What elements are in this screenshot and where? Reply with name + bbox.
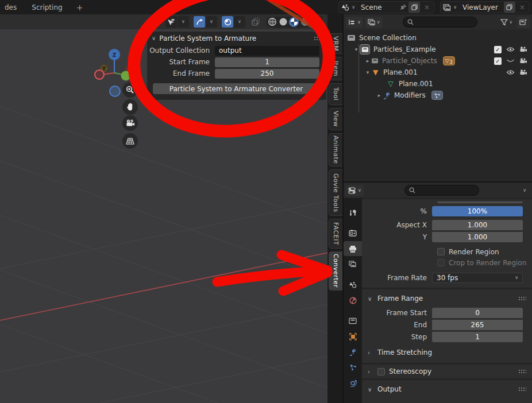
expand-chevron-icon[interactable]: › — [368, 350, 373, 356]
camera-view-button[interactable] — [122, 115, 138, 131]
tab-scene[interactable] — [344, 277, 362, 292]
duplicate-tool-button[interactable] — [250, 16, 261, 28]
tab-view-layer[interactable] — [344, 257, 362, 272]
converter-run-button[interactable]: Particle System to Armature Converter — [153, 83, 319, 94]
tab-particles[interactable] — [344, 360, 362, 375]
shading-rendered-button[interactable] — [300, 17, 310, 27]
drag-grip-icon[interactable] — [518, 296, 526, 301]
disclosure-closed-icon[interactable]: ▸ — [376, 92, 383, 98]
row-label[interactable]: Particles_Example — [373, 45, 436, 53]
viewlayer-name[interactable]: ViewLayer — [459, 3, 502, 11]
end-frame-input[interactable]: 250 — [215, 69, 319, 79]
row-particle-objects[interactable]: ▸ Particle_Objects ▽ 3 ✓ — [344, 55, 532, 67]
zoom-button[interactable] — [122, 82, 138, 98]
collection-checkbox[interactable]: ✓ — [494, 46, 502, 53]
row-particles-example[interactable]: ▾ Particles_Example ✓ — [344, 44, 532, 55]
collapse-chevron-icon[interactable]: ∨ — [368, 386, 373, 393]
tab-animate[interactable]: Animate — [329, 133, 342, 166]
eye-closed-icon[interactable] — [506, 58, 515, 64]
scene-name[interactable]: Scene — [357, 3, 398, 11]
add-workspace-button[interactable]: + — [74, 3, 86, 12]
shading-wireframe-button[interactable] — [267, 17, 277, 27]
outliner-search-input[interactable] — [403, 17, 477, 28]
row-label[interactable]: Particle_Objects — [382, 57, 437, 65]
new-viewlayer-button[interactable] — [504, 2, 515, 13]
new-collection-button[interactable] — [517, 17, 530, 28]
drag-grip-icon[interactable] — [518, 387, 526, 392]
resolution-percent-slider[interactable]: 100% — [432, 206, 523, 216]
workspace-tab-scripting[interactable]: Scripting — [28, 3, 65, 11]
disclosure-open-icon[interactable]: ▾ — [364, 69, 371, 75]
new-scene-button[interactable] — [408, 2, 420, 13]
editor-type-button[interactable]: ∨ — [346, 185, 364, 196]
display-mode-button[interactable]: ∨ — [365, 17, 383, 28]
row-plane-mesh-data[interactable]: ▽ Plane.001 — [344, 78, 532, 90]
tab-converter[interactable]: Converter — [329, 251, 342, 290]
tab-render[interactable] — [344, 226, 362, 241]
collapse-chevron-icon[interactable]: ∨ — [368, 296, 373, 302]
tab-object[interactable] — [344, 329, 362, 344]
shading-material-button[interactable] — [289, 17, 299, 27]
stereoscopy-checkbox[interactable] — [377, 368, 385, 375]
tab-modifiers[interactable] — [344, 344, 362, 359]
camera-visibility-icon[interactable] — [519, 69, 527, 75]
tab-vrm[interactable]: VRM — [329, 33, 342, 54]
row-label[interactable]: Modifiers — [394, 91, 426, 99]
shading-dropdown[interactable]: ∨ — [311, 16, 323, 28]
tab-world[interactable] — [344, 293, 362, 308]
output-collection-input[interactable]: output — [215, 46, 319, 56]
gizmo-x-axis[interactable] — [95, 70, 104, 79]
expand-chevron-icon[interactable]: › — [368, 369, 373, 375]
disclosure-open-icon[interactable]: ▾ — [353, 46, 360, 52]
unlink-scene-button[interactable]: ✕ — [422, 3, 431, 11]
tab-govie-tools[interactable]: Govie Tools — [329, 169, 342, 216]
row-label[interactable]: Plane.001 — [399, 80, 433, 88]
tab-tool[interactable] — [344, 205, 362, 220]
eye-open-icon[interactable] — [506, 46, 515, 52]
tab-view[interactable]: View — [329, 108, 342, 130]
tab-output[interactable] — [344, 241, 362, 256]
camera-visibility-icon[interactable] — [519, 58, 527, 64]
frame-step-input[interactable]: 1 — [432, 332, 523, 342]
disclosure-closed-icon[interactable]: ▸ — [364, 58, 371, 64]
gizmo-neg-z-axis[interactable] — [110, 86, 120, 96]
object-visibility-dropdown[interactable]: ∨ — [178, 16, 189, 28]
crop-to-render-region-checkbox[interactable] — [437, 259, 445, 266]
aspect-x-input[interactable]: 1.000 — [432, 220, 523, 230]
start-frame-input[interactable]: 1 — [215, 57, 319, 67]
gizmo-y-axis[interactable] — [121, 71, 131, 81]
frame-start-input[interactable]: 0 — [432, 308, 523, 318]
editor-type-button[interactable]: ∨ — [346, 17, 363, 28]
workspace-tab-partial[interactable]: des — [1, 3, 20, 11]
shading-solid-button[interactable] — [278, 17, 288, 27]
viewlayer-selector[interactable]: ∨ ViewLayer ✕ — [440, 1, 530, 13]
frame-rate-dropdown[interactable]: 30 fps ∨ — [432, 273, 523, 283]
pin-icon[interactable] — [400, 4, 406, 10]
row-label[interactable]: Plane.001 — [383, 68, 418, 76]
proportional-editing-dropdown[interactable]: ∨ — [234, 16, 245, 28]
row-plane-object[interactable]: ▾ ▼ Plane.001 — [344, 67, 532, 78]
snap-dropdown[interactable]: ∨ — [206, 16, 217, 28]
properties-search-input[interactable] — [404, 185, 479, 196]
drag-grip-icon[interactable] — [518, 369, 526, 374]
tab-tool[interactable]: Tool — [329, 83, 342, 105]
row-label[interactable]: Scene Collection — [359, 34, 417, 42]
eye-open-icon[interactable] — [506, 69, 515, 75]
tab-physics[interactable] — [344, 375, 362, 390]
frame-end-input[interactable]: 265 — [432, 320, 523, 330]
object-visibility-button[interactable] — [165, 16, 177, 28]
options-dropdown[interactable]: ∨ — [519, 188, 530, 193]
toggle-perspective-button[interactable] — [122, 133, 138, 149]
tab-item[interactable]: Item — [329, 57, 342, 80]
viewport-3d[interactable]: ∨ ∨ ∨ — [0, 14, 342, 403]
collapse-chevron-icon[interactable]: ∨ — [152, 36, 156, 41]
proportional-editing-button[interactable] — [222, 16, 233, 28]
drag-grip-icon[interactable] — [314, 36, 322, 41]
aspect-y-input[interactable]: 1.000 — [432, 232, 523, 242]
row-scene-collection[interactable]: Scene Collection — [344, 32, 532, 44]
tab-faceit[interactable]: FACEIT — [329, 219, 342, 249]
scene-selector[interactable]: ∨ Scene ✕ — [338, 1, 434, 13]
collection-checkbox[interactable]: ✓ — [494, 57, 502, 65]
tab-collection[interactable] — [344, 313, 362, 328]
remove-viewlayer-button[interactable]: ✕ — [518, 3, 527, 11]
